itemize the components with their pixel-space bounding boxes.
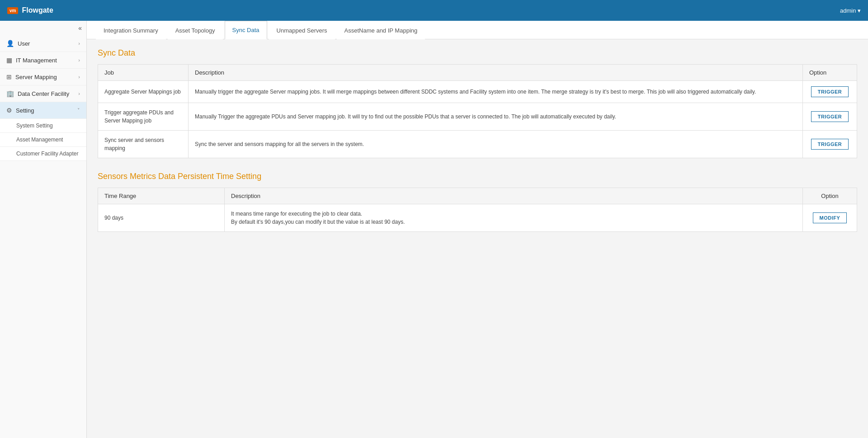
sync-data-table: Job Description Option Aggregate Server …	[98, 64, 857, 158]
setting-icon: ⚙	[6, 107, 12, 114]
sidebar-label-server-mapping: Server Mapping	[15, 74, 57, 80]
desc-cell-3: Sync the server and sensors mapping for …	[189, 131, 803, 158]
it-management-icon: ▦	[6, 57, 12, 64]
sidebar-item-server-mapping[interactable]: ⊞ Server Mapping ›	[0, 69, 86, 85]
sidebar-collapse-button[interactable]: «	[0, 21, 86, 35]
trigger-button-3[interactable]: TRIGGER	[811, 139, 849, 150]
trigger-button-2[interactable]: TRIGGER	[811, 111, 849, 122]
vmw-logo: vm	[7, 7, 18, 14]
metrics-option-cell: MODIFY	[803, 204, 857, 232]
sidebar-subitem-system-setting[interactable]: System Setting	[0, 119, 86, 133]
modify-button[interactable]: MODIFY	[813, 212, 847, 223]
option-cell-1: TRIGGER	[803, 81, 857, 103]
setting-submenu: System Setting Asset Management Customer…	[0, 119, 86, 161]
server-mapping-arrow: ›	[78, 74, 80, 80]
data-center-icon: 🏢	[6, 90, 14, 97]
page-body: Sync Data Job Description Option Aggrega…	[87, 39, 868, 254]
setting-arrow: ˅	[77, 108, 80, 113]
job-cell-1: Aggregate Server Mappings job	[98, 81, 189, 103]
sidebar-item-it-management[interactable]: ▦ IT Management ›	[0, 52, 86, 69]
tab-asset-topology[interactable]: Asset Topology	[168, 21, 223, 39]
sensors-metrics-title: Sensors Metrics Data Persistent Time Set…	[98, 172, 857, 181]
metrics-desc-text: It means time range for executing the jo…	[231, 211, 405, 225]
sidebar-label-user: User	[18, 40, 30, 47]
topnav: vm Flowgate admin ▾	[0, 0, 868, 21]
sync-table-col-option: Option	[803, 65, 857, 81]
sidebar-subitem-customer-facility-adapter[interactable]: Customer Facility Adapter	[0, 147, 86, 161]
metrics-col-option: Option	[803, 188, 857, 204]
option-cell-2: TRIGGER	[803, 103, 857, 131]
brand: vm Flowgate	[7, 6, 53, 14]
sidebar-subitem-asset-management[interactable]: Asset Management	[0, 133, 86, 147]
tabs-bar: Integration Summary Asset Topology Sync …	[87, 21, 868, 39]
sync-table-col-job: Job	[98, 65, 189, 81]
tab-unmapped-servers[interactable]: Unmapped Servers	[269, 21, 335, 39]
sidebar-label-setting: Setting	[16, 107, 34, 114]
app-title: Flowgate	[22, 6, 53, 14]
time-range-cell: 90 days	[98, 204, 225, 232]
user-arrow: ›	[78, 41, 80, 46]
main-content: Integration Summary Asset Topology Sync …	[87, 21, 868, 438]
sidebar-label-data-center-facility: Data Center Facility	[18, 90, 69, 97]
data-center-arrow: ›	[78, 91, 80, 96]
sidebar-item-user[interactable]: 👤 User ›	[0, 35, 86, 52]
server-mapping-icon: ⊞	[6, 73, 12, 80]
sidebar-item-setting[interactable]: ⚙ Setting ˅	[0, 102, 86, 119]
table-row: 90 days It means time range for executin…	[98, 204, 857, 232]
sensors-metrics-table: Time Range Description Option 90 days It…	[98, 188, 857, 232]
table-row: Trigger aggregate PDUs and Server Mappin…	[98, 103, 857, 131]
user-icon: 👤	[6, 40, 14, 47]
sidebar-label-it-management: IT Management	[16, 57, 57, 64]
sidebar: « 👤 User › ▦ IT Management › ⊞ Server Ma…	[0, 21, 87, 438]
user-menu[interactable]: admin ▾	[840, 7, 861, 14]
sync-table-col-desc: Description	[189, 65, 803, 81]
tab-assetname-ip-mapping[interactable]: AssetName and IP Mapping	[337, 21, 425, 39]
table-row: Sync server and sensors mapping Sync the…	[98, 131, 857, 158]
trigger-button-1[interactable]: TRIGGER	[811, 86, 849, 97]
job-cell-3: Sync server and sensors mapping	[98, 131, 189, 158]
desc-cell-2: Manually Trigger the aggregate PDUs and …	[189, 103, 803, 131]
sidebar-item-data-center-facility[interactable]: 🏢 Data Center Facility ›	[0, 85, 86, 102]
metrics-desc-cell: It means time range for executing the jo…	[225, 204, 803, 232]
table-row: Aggregate Server Mappings job Manually t…	[98, 81, 857, 103]
tab-sync-data[interactable]: Sync Data	[225, 21, 267, 39]
desc-cell-1: Manually trigger the aggregate Server ma…	[189, 81, 803, 103]
metrics-col-time-range: Time Range	[98, 188, 225, 204]
option-cell-3: TRIGGER	[803, 131, 857, 158]
it-management-arrow: ›	[78, 57, 80, 63]
metrics-col-description: Description	[225, 188, 803, 204]
tab-integration-summary[interactable]: Integration Summary	[96, 21, 166, 39]
sync-data-title: Sync Data	[98, 48, 857, 58]
job-cell-2: Trigger aggregate PDUs and Server Mappin…	[98, 103, 189, 131]
